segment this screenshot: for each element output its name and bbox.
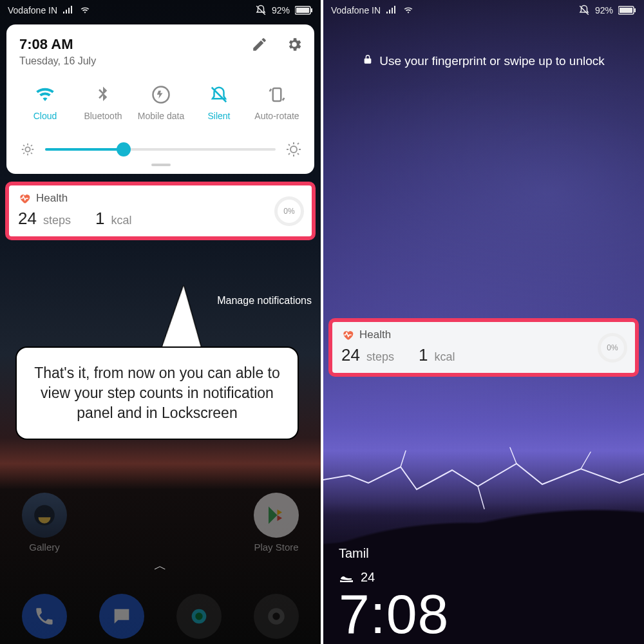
app-gallery-label: Gallery — [29, 542, 60, 553]
health-title: Health — [36, 192, 68, 205]
settings-icon — [265, 605, 287, 627]
battery-icon — [618, 6, 636, 15]
app-playstore[interactable]: Play Store — [254, 493, 299, 553]
signal-icon — [386, 6, 397, 15]
lock-hint-text: Use your fingerprint or swipe up to unlo… — [379, 54, 605, 68]
toggle-bt-label: Bluetooth — [84, 111, 122, 121]
wifi-icon — [402, 6, 414, 15]
svg-point-9 — [195, 612, 202, 620]
toggle-rotate-label: Auto-rotate — [254, 111, 299, 121]
brightness-low-icon — [21, 142, 35, 156]
app-gallery[interactable]: Gallery — [22, 493, 67, 553]
svg-rect-14 — [634, 8, 636, 12]
goal-progress-ring: 0% — [598, 333, 627, 363]
notification-shade-screenshot: Vodafone IN 92% 7:08 AM Tuesday, 16 July… — [0, 0, 321, 644]
svg-point-5 — [25, 147, 30, 151]
svg-rect-13 — [620, 8, 632, 13]
wifi-icon — [79, 6, 91, 15]
toggle-wifi[interactable]: Cloud — [19, 85, 71, 121]
lock-icon — [363, 54, 373, 64]
svg-point-6 — [290, 146, 297, 153]
lock-hint: Use your fingerprint or swipe up to unlo… — [323, 54, 644, 68]
tutorial-callout: That's it, from now on you can able to v… — [15, 346, 299, 440]
manage-notifications-link[interactable]: Manage notifications — [217, 295, 312, 307]
battery-icon — [295, 6, 313, 15]
goal-pct: 0% — [283, 207, 294, 216]
app-camera[interactable] — [176, 594, 222, 639]
toggle-silent-label: Silent — [207, 111, 230, 121]
lockscreen-language: Tamil — [339, 546, 449, 561]
svg-rect-2 — [311, 8, 312, 12]
play-store-icon — [265, 504, 288, 527]
kcal-value: 1 — [419, 345, 428, 365]
mute-icon — [578, 5, 590, 16]
mute-icon — [255, 5, 267, 16]
carrier-label: Vodafone IN — [331, 5, 381, 15]
brightness-slider[interactable] — [45, 148, 276, 151]
panel-grip[interactable] — [151, 164, 171, 166]
brightness-row — [21, 142, 301, 157]
qs-time: 7:08 AM — [19, 36, 96, 53]
brightness-high-icon — [286, 142, 301, 157]
steps-unit: steps — [43, 214, 71, 227]
toggle-auto-rotate[interactable]: Auto-rotate — [251, 85, 303, 121]
app-messages[interactable] — [99, 594, 144, 639]
app-settings[interactable] — [254, 594, 299, 639]
health-title: Health — [359, 328, 391, 341]
app-drawer-handle[interactable]: ︿ — [154, 557, 167, 574]
health-notification[interactable]: Health 24 steps 1 kcal 0% — [5, 182, 316, 240]
health-notification[interactable]: Health 24 steps 1 kcal 0% — [328, 318, 639, 377]
steps-value: 24 — [341, 345, 360, 365]
toggle-mobile-data[interactable]: Mobile data — [135, 85, 187, 121]
toggle-wifi-label: Cloud — [33, 111, 57, 121]
app-playstore-label: Play Store — [254, 542, 298, 553]
app-row: Gallery Play Store — [0, 493, 321, 553]
phone-icon — [33, 605, 55, 627]
goal-pct: 0% — [607, 343, 618, 352]
steps-value: 24 — [18, 209, 37, 229]
kcal-unit: kcal — [111, 214, 131, 227]
signal-icon — [62, 6, 74, 15]
kcal-value: 1 — [95, 209, 104, 229]
status-bar: Vodafone IN 92% — [0, 0, 321, 21]
lockscreen-info: Tamil 24 7:08 — [339, 546, 449, 639]
quick-settings-panel[interactable]: 7:08 AM Tuesday, 16 July Cloud Bluetooth… — [6, 24, 314, 174]
app-phone[interactable] — [22, 594, 67, 639]
qs-date: Tuesday, 16 July — [19, 55, 96, 67]
heart-icon — [18, 192, 31, 205]
qs-toggles: Cloud Bluetooth Mobile data Silent Auto-… — [19, 85, 303, 121]
toggle-data-label: Mobile data — [138, 111, 184, 121]
svg-point-11 — [272, 612, 279, 620]
heart-icon — [341, 328, 354, 341]
status-bar: Vodafone IN 92% — [323, 0, 644, 21]
edit-icon[interactable] — [251, 36, 268, 53]
svg-rect-1 — [296, 8, 309, 13]
gear-icon[interactable] — [286, 36, 303, 53]
camera-icon — [188, 605, 210, 627]
kcal-unit: kcal — [434, 350, 455, 364]
lockscreen-screenshot: Vodafone IN 92% Use your fingerprint or … — [323, 0, 644, 644]
lockscreen-clock: 7:08 — [339, 589, 449, 639]
battery-pct: 92% — [595, 5, 613, 15]
toggle-silent[interactable]: Silent — [193, 85, 245, 121]
messages-icon — [111, 605, 133, 627]
gallery-icon — [32, 503, 57, 527]
goal-progress-ring: 0% — [274, 196, 304, 226]
battery-pct: 92% — [272, 5, 290, 15]
toggle-bluetooth[interactable]: Bluetooth — [77, 85, 129, 121]
dock — [0, 594, 321, 639]
carrier-label: Vodafone IN — [8, 5, 57, 15]
steps-unit: steps — [366, 350, 394, 364]
svg-rect-4 — [273, 88, 281, 101]
